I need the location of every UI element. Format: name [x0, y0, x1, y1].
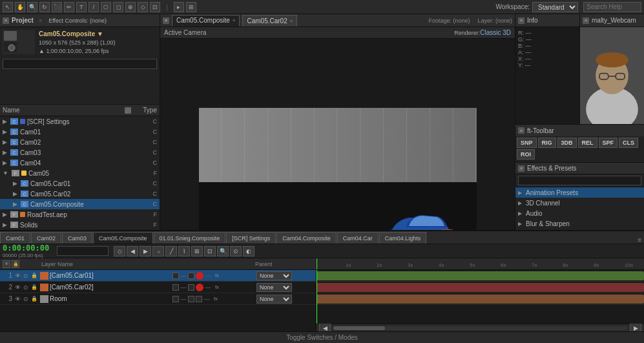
sw-2-1[interactable]: [172, 284, 179, 291]
sw-1-qual[interactable]: [196, 272, 203, 280]
misc-tool2-icon[interactable]: ⊞: [186, 2, 196, 12]
toggle-switches-modes-label[interactable]: Toggle Switches / Modes: [286, 334, 358, 341]
tl-menu-icon[interactable]: ≡: [635, 236, 644, 244]
sw-1-3[interactable]: [188, 273, 194, 279]
camera-tool-icon[interactable]: ⬛: [52, 2, 62, 12]
file-item-scr-settings[interactable]: ▶ C [SCR] Settings C: [0, 116, 160, 127]
comp-panel-close[interactable]: ×: [163, 17, 169, 24]
tl-tab-snieg[interactable]: 01.01.Snieg.Composite: [154, 232, 226, 244]
tl-tab-cam05composite[interactable]: Cam05.Composite: [93, 232, 153, 244]
tl-tab-cam04lights[interactable]: Cam04.Lights: [379, 232, 427, 244]
tl-blending-btn[interactable]: ◐: [243, 246, 254, 256]
tb-btn-rel[interactable]: REL: [578, 138, 597, 148]
layer-1-solo-icon[interactable]: ⊙: [23, 272, 30, 280]
tl-add-keyframe-btn[interactable]: ⬦: [152, 246, 164, 256]
puppet-tool-icon[interactable]: ⊕: [125, 2, 136, 12]
sw-3-fx[interactable]: fx: [211, 296, 220, 302]
file-item-cam05-folder[interactable]: ▼ F Cam05 F: [0, 168, 160, 178]
tl-solo-btn[interactable]: ⊙: [230, 246, 242, 256]
workspace-dropdown[interactable]: Standard: [532, 2, 578, 12]
timeline-layer-3[interactable]: 3 👁 ⊙ 🔒 Room — — fx: [0, 293, 316, 305]
tl-tab-cam01[interactable]: Cam01: [0, 232, 30, 244]
playhead-track[interactable]: [317, 270, 317, 324]
brush-tool-icon[interactable]: /: [88, 2, 99, 12]
tl-keyframe-btn[interactable]: ◇: [114, 246, 125, 256]
sw-3-4[interactable]: [196, 296, 202, 302]
tb-btn-cls[interactable]: CLS: [619, 138, 638, 148]
comp-tab-close-1[interactable]: ×: [233, 17, 236, 23]
file-item-solids[interactable]: ▶ F Solids F: [0, 220, 160, 230]
zoom-tool-icon[interactable]: 🔍: [27, 2, 37, 12]
tl-tab-scr[interactable]: [SCR] Settings: [226, 232, 276, 244]
scroll-left-btn[interactable]: ◀: [319, 323, 331, 332]
project-search-input[interactable]: [3, 59, 157, 69]
file-item-cam05-composite[interactable]: ▶ C Cam05.Composite C: [0, 199, 160, 209]
project-panel-options[interactable]: ×: [39, 17, 42, 24]
effect-audio[interactable]: ▶ Audio: [515, 208, 644, 218]
comp-tab-cam05composite[interactable]: Cam05.Composite ×: [172, 15, 240, 26]
misc-tool1-icon[interactable]: ▸: [174, 2, 184, 12]
shape-tool-icon[interactable]: ◇: [138, 2, 148, 12]
arrow-tool-icon[interactable]: ↖: [3, 2, 13, 12]
effect-controls-tab[interactable]: Effect Controls: (none): [48, 17, 107, 24]
scroll-track[interactable]: [333, 326, 627, 330]
playhead[interactable]: [317, 258, 317, 269]
tl-graph-btn[interactable]: ╱: [165, 246, 177, 256]
tl-prev-keyframe-btn[interactable]: ◀: [127, 246, 138, 256]
tl-parent-btn[interactable]: ⊡: [204, 246, 216, 256]
layer-3-solo-icon[interactable]: ⊙: [23, 295, 30, 303]
extra-tool-icon[interactable]: ⊡: [150, 2, 160, 12]
tl-search-btn[interactable]: 🔍: [217, 246, 229, 256]
hand-tool-icon[interactable]: ✋: [15, 2, 25, 12]
timeline-layer-2[interactable]: 2 👁 ⊙ 🔒 [Cam05.Car02] — — fx: [0, 282, 316, 293]
effects-search-input[interactable]: [518, 176, 641, 185]
effect-3d-channel[interactable]: ▶ 3D Channel: [515, 198, 644, 208]
timeline-search-input[interactable]: [57, 246, 109, 256]
layer-1-lock-icon[interactable]: 🔒: [30, 272, 38, 280]
text-tool-icon[interactable]: T: [76, 2, 87, 12]
layer-3-parent-select[interactable]: None: [256, 295, 292, 304]
tl-tab-cam02[interactable]: Cam02: [31, 232, 61, 244]
tl-next-keyframe-btn[interactable]: ▶: [140, 246, 151, 256]
rotate-tool-icon[interactable]: ↻: [39, 2, 50, 12]
sw-3-3[interactable]: [188, 296, 194, 302]
tb-btn-3db[interactable]: 3DB: [557, 138, 577, 148]
file-item-roadtest[interactable]: ▶ F RoadTest.aep F: [0, 209, 160, 220]
layer-3-eye-icon[interactable]: 👁: [14, 295, 22, 303]
layer-2-eye-icon[interactable]: 👁: [14, 284, 22, 291]
layer-3-lock-icon[interactable]: 🔒: [30, 295, 38, 303]
tb-btn-roi[interactable]: ROI: [517, 149, 535, 160]
timeline-time-display[interactable]: 0:00:00:00: [3, 244, 49, 253]
tl-snap-btn[interactable]: ⊞: [191, 246, 203, 256]
webcam-close-btn[interactable]: ×: [583, 17, 589, 24]
stamp-tool-icon[interactable]: ⬡: [101, 2, 111, 12]
tb-btn-snp[interactable]: SNP: [517, 138, 537, 148]
layer-2-lock-icon[interactable]: 🔒: [30, 284, 38, 291]
layer-1-eye-icon[interactable]: 👁: [14, 272, 22, 280]
sw-2-3[interactable]: [188, 284, 194, 291]
file-item-cam01[interactable]: ▶ C Cam01 C: [0, 127, 160, 137]
file-item-cam03[interactable]: ▶ C Cam03 C: [0, 147, 160, 158]
file-item-cam04[interactable]: ▶ C Cam04 C: [0, 158, 160, 168]
layer-2-solo-icon[interactable]: ⊙: [23, 284, 30, 291]
tb-btn-rig[interactable]: RIG: [538, 138, 556, 148]
info-close-btn[interactable]: ×: [518, 17, 525, 24]
tl-tab-cam04composite[interactable]: Cam04.Composite: [276, 232, 337, 244]
effect-blur-sharpen[interactable]: ▶ Blur & Sharpen: [515, 218, 644, 229]
file-item-cam02[interactable]: ▶ C Cam02 C: [0, 137, 160, 147]
sw-2-qual[interactable]: [196, 284, 203, 291]
sw-1-1[interactable]: [172, 273, 179, 279]
layer-2-parent-select[interactable]: None: [256, 283, 292, 292]
sw-1-fx[interactable]: fx: [213, 273, 222, 278]
effect-animation-presets[interactable]: ▶ Animation Presets: [515, 187, 644, 198]
tl-tab-cam03[interactable]: Cam03: [62, 232, 92, 244]
sw-3-1[interactable]: [172, 296, 179, 302]
comp-tab-close-2[interactable]: ×: [290, 18, 293, 24]
timeline-layer-1[interactable]: 1 👁 ⊙ 🔒 [Cam05.Car01] — — fx: [0, 270, 316, 282]
ft-toolbar-close[interactable]: ×: [518, 127, 525, 134]
layer-1-parent-select[interactable]: None: [256, 271, 292, 280]
pen-tool-icon[interactable]: ✏: [64, 2, 74, 12]
tl-tab-cam04car[interactable]: Cam04.Car: [337, 232, 379, 244]
sw-2-fx[interactable]: fx: [213, 284, 222, 290]
project-close-btn[interactable]: ×: [3, 17, 9, 24]
